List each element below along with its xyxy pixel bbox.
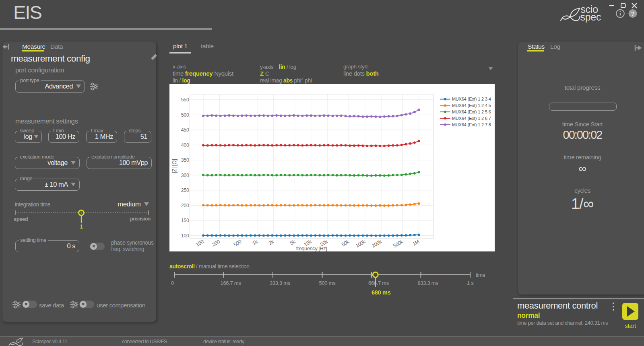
svg-text:200: 200 (181, 203, 189, 208)
svg-text:1: 1 (80, 223, 83, 230)
svg-text:100: 100 (195, 239, 204, 247)
svg-text:MUX64 (Ext) 1 2 6 7: MUX64 (Ext) 1 2 6 7 (452, 116, 491, 121)
svg-text:150: 150 (181, 218, 189, 223)
svg-text:680 ms: 680 ms (372, 289, 391, 296)
svg-text:2k: 2k (268, 239, 275, 246)
svg-text:833.3 ms: 833.3 ms (418, 280, 439, 286)
svg-text:100k: 100k (355, 239, 367, 249)
svg-text:frequency [Hz]: frequency [Hz] (296, 245, 327, 251)
svg-text:1k: 1k (252, 239, 259, 246)
svg-text:550: 550 (181, 97, 189, 103)
svg-text:MUX64 (Ext) 1 2 7 8: MUX64 (Ext) 1 2 7 8 (452, 122, 491, 127)
svg-text:1 s: 1 s (467, 280, 474, 286)
svg-text:200k: 200k (371, 239, 383, 249)
svg-text:5k: 5k (289, 239, 297, 246)
svg-text:350: 350 (181, 157, 189, 163)
svg-text:1M: 1M (412, 239, 420, 247)
svg-text:spec: spec (580, 11, 601, 23)
svg-text:MUX64 (Ext) 1 2 5 6: MUX64 (Ext) 1 2 5 6 (452, 109, 491, 114)
svg-text:450: 450 (181, 127, 189, 133)
svg-text:100: 100 (181, 233, 189, 239)
svg-text:200: 200 (211, 239, 221, 247)
svg-text:500: 500 (233, 239, 242, 247)
svg-text:?: ? (631, 10, 634, 17)
svg-text:166.7 ms: 166.7 ms (221, 280, 242, 286)
svg-text:0: 0 (171, 280, 174, 286)
svg-text:333.3 ms: 333.3 ms (270, 280, 291, 286)
svg-text:400: 400 (181, 142, 189, 148)
svg-text:50k: 50k (341, 239, 350, 247)
svg-text:250: 250 (181, 187, 189, 193)
svg-text:time: time (476, 272, 485, 278)
svg-text:|Z| [Ω]: |Z| [Ω] (171, 159, 178, 173)
svg-text:300: 300 (181, 173, 189, 178)
svg-text:500: 500 (181, 112, 189, 118)
svg-text:666.7 ms: 666.7 ms (368, 280, 389, 286)
svg-text:MUX64 (Ext) 1 2 4 5: MUX64 (Ext) 1 2 4 5 (452, 103, 491, 108)
svg-text:500k: 500k (392, 239, 405, 249)
svg-text:MUX64 (Ext) 1 2 3 4: MUX64 (Ext) 1 2 3 4 (452, 97, 491, 101)
svg-text:500 ms: 500 ms (319, 280, 336, 286)
